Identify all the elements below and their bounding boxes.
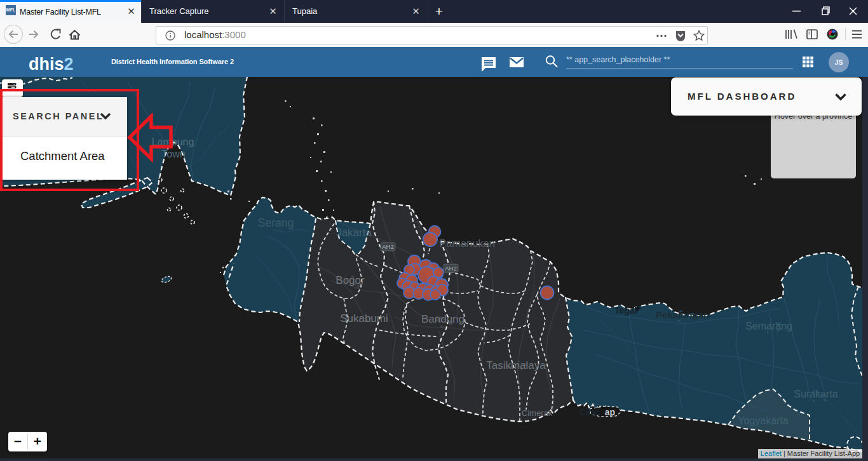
- svg-text:Serang: Serang: [258, 217, 294, 229]
- svg-text:Jakarta: Jakarta: [336, 227, 372, 239]
- svg-text:Pekalongan: Pekalongan: [656, 309, 709, 320]
- svg-text:Tasikmalaya: Tasikmalaya: [486, 359, 546, 371]
- svg-text:Sukabumi: Sukabumi: [340, 312, 388, 324]
- svg-text:Semarang: Semarang: [745, 321, 792, 331]
- svg-text:AH2: AH2: [382, 243, 393, 250]
- svg-text:Pamanukan: Pamanukan: [439, 237, 495, 249]
- svg-text:Yogyakarta: Yogyakarta: [738, 415, 789, 426]
- svg-text:ap: ap: [605, 407, 615, 417]
- svg-text:AH2: AH2: [445, 265, 456, 272]
- svg-text:Tegal: Tegal: [614, 305, 637, 316]
- svg-text:Cimerak: Cimerak: [522, 408, 553, 418]
- svg-text:Bandung: Bandung: [421, 313, 465, 325]
- svg-text:Surakarta: Surakarta: [794, 389, 837, 399]
- svg-text:Cilac: Cilac: [579, 407, 600, 417]
- svg-text:Bogor: Bogor: [336, 274, 365, 286]
